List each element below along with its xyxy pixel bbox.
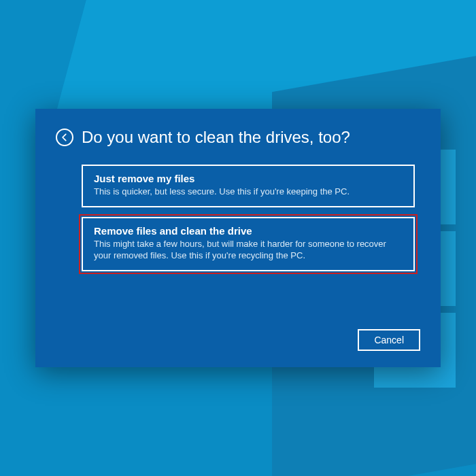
option-title: Remove files and clean the drive [94,225,403,237]
dialog-header: Do you want to clean the drives, too? [56,128,420,147]
cancel-button[interactable]: Cancel [358,329,420,351]
dialog-title: Do you want to clean the drives, too? [82,128,350,147]
option-description: This is quicker, but less secure. Use th… [94,186,403,198]
option-description: This might take a few hours, but will ma… [94,238,403,262]
reset-dialog: Do you want to clean the drives, too? Ju… [35,109,441,367]
option-just-remove-files[interactable]: Just remove my files This is quicker, bu… [82,165,415,207]
back-button[interactable] [56,129,73,146]
option-title: Just remove my files [94,173,403,184]
dialog-footer: Cancel [358,329,420,351]
arrow-left-icon [60,133,69,142]
option-remove-and-clean[interactable]: Remove files and clean the drive This mi… [82,217,415,271]
